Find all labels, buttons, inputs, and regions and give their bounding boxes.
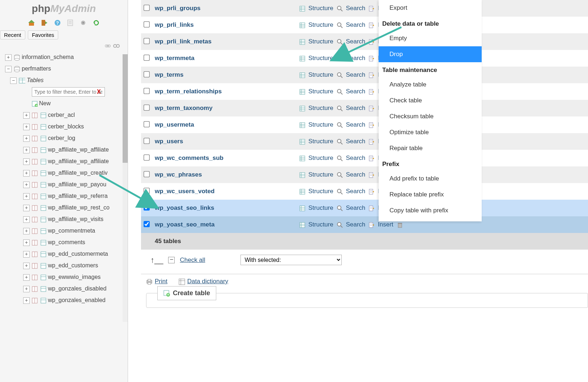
- expand-icon[interactable]: +: [23, 193, 30, 200]
- expand-icon[interactable]: +: [23, 297, 30, 304]
- gear-icon[interactable]: [80, 19, 87, 26]
- expand-icon[interactable]: +: [23, 170, 30, 177]
- drop-link[interactable]: [397, 221, 404, 228]
- table-name[interactable]: wp_prli_link_metas: [152, 33, 297, 50]
- exit-icon[interactable]: [41, 19, 48, 26]
- search-link[interactable]: Search: [337, 88, 366, 95]
- expand-icon[interactable]: +: [23, 112, 30, 119]
- collapse-icon[interactable]: −: [10, 77, 17, 84]
- structure-link[interactable]: Structure: [299, 88, 333, 95]
- refresh-icon[interactable]: [93, 19, 100, 26]
- print-link[interactable]: Print: [146, 278, 167, 285]
- table-name[interactable]: wp_yoast_seo_meta: [152, 216, 297, 233]
- collapse-icon[interactable]: −: [5, 66, 12, 72]
- row-checkbox[interactable]: [144, 221, 150, 227]
- with-selected-dropdown[interactable]: With selected:: [240, 255, 342, 265]
- table-name[interactable]: wp_term_relationships: [152, 83, 297, 100]
- structure-link[interactable]: Structure: [299, 55, 333, 62]
- row-checkbox[interactable]: [144, 55, 150, 61]
- row-checkbox[interactable]: [144, 38, 150, 44]
- tree-table-item[interactable]: + wp_affiliate_wp_referra: [0, 190, 128, 202]
- search-link[interactable]: Search: [337, 154, 366, 162]
- search-link[interactable]: Search: [337, 171, 366, 178]
- tree-table-item[interactable]: + wp_affiliate_wp_affiliate: [0, 144, 128, 156]
- table-name[interactable]: wp_prli_links: [152, 17, 297, 33]
- expand-icon[interactable]: +: [23, 205, 30, 211]
- structure-link[interactable]: Structure: [299, 204, 333, 212]
- menu-analyze[interactable]: Analyze table: [379, 77, 482, 93]
- tree-db-information_schema[interactable]: +information_schema: [0, 51, 128, 63]
- checkall-link[interactable]: Check all: [180, 256, 205, 264]
- expand-icon[interactable]: +: [23, 251, 30, 258]
- menu-add-prefix[interactable]: Add prefix to table: [379, 171, 482, 187]
- row-checkbox[interactable]: [144, 5, 150, 11]
- row-checkbox[interactable]: [144, 71, 150, 77]
- search-link[interactable]: Search: [337, 5, 366, 12]
- expand-icon[interactable]: +: [23, 158, 30, 165]
- create-table-button[interactable]: +Create table: [157, 286, 216, 300]
- table-name[interactable]: wp_term_taxonomy: [152, 100, 297, 116]
- search-link[interactable]: Search: [337, 188, 366, 195]
- tree-new-table[interactable]: +New: [0, 98, 128, 109]
- row-checkbox[interactable]: [144, 138, 150, 144]
- structure-link[interactable]: Structure: [299, 171, 333, 178]
- table-name[interactable]: wp_wc_comments_sub: [152, 150, 297, 166]
- collapse-icons[interactable]: [0, 42, 128, 51]
- search-link[interactable]: Search: [337, 55, 366, 62]
- menu-repair[interactable]: Repair table: [379, 140, 482, 156]
- structure-link[interactable]: Structure: [299, 5, 333, 12]
- expand-icon[interactable]: +: [23, 147, 30, 153]
- expand-icon[interactable]: +: [23, 274, 30, 281]
- table-name[interactable]: wp_yoast_seo_links: [152, 200, 297, 216]
- structure-link[interactable]: Structure: [299, 154, 333, 162]
- table-name[interactable]: wp_usermeta: [152, 116, 297, 133]
- menu-checksum[interactable]: Checksum table: [379, 109, 482, 124]
- table-name[interactable]: wp_wc_phrases: [152, 166, 297, 183]
- expand-icon[interactable]: +: [23, 135, 30, 142]
- checkall-checkbox[interactable]: −: [168, 257, 175, 263]
- tree-table-item[interactable]: + wp_comments: [0, 237, 128, 248]
- favorites-button[interactable]: Favorites: [28, 30, 58, 39]
- row-checkbox[interactable]: [144, 121, 150, 127]
- menu-replace-prefix[interactable]: Replace table prefix: [379, 187, 482, 203]
- tree-db-perfmatters[interactable]: −perfmatters: [0, 63, 128, 75]
- structure-link[interactable]: Structure: [299, 105, 333, 112]
- sidebar-scrollbar[interactable]: [123, 54, 128, 322]
- tree-table-item[interactable]: + wp_edd_customers: [0, 260, 128, 271]
- data-dictionary-link[interactable]: Data dictionary: [179, 278, 228, 285]
- structure-link[interactable]: Structure: [299, 21, 333, 29]
- tree-table-item[interactable]: + wp_gonzales_disabled: [0, 283, 128, 294]
- tree-table-item[interactable]: + cerber_log: [0, 132, 128, 144]
- structure-link[interactable]: Structure: [299, 138, 333, 145]
- tree-tables-node[interactable]: −Tables: [0, 75, 128, 86]
- menu-optimize[interactable]: Optimize table: [379, 124, 482, 140]
- help-icon[interactable]: ?: [54, 19, 61, 26]
- tree-table-item[interactable]: + wp_affiliate_wp_payou: [0, 179, 128, 190]
- menu-drop[interactable]: Drop: [379, 46, 482, 62]
- row-checkbox[interactable]: [144, 21, 150, 27]
- recent-button[interactable]: Recent: [0, 30, 25, 39]
- tree-table-item[interactable]: + wp_affiliate_wp_affiliate: [0, 156, 128, 167]
- menu-empty[interactable]: Empty: [379, 30, 482, 46]
- table-name[interactable]: wp_termmeta: [152, 50, 297, 67]
- expand-icon[interactable]: +: [23, 263, 30, 269]
- table-name[interactable]: wp_prli_groups: [152, 0, 297, 17]
- search-link[interactable]: Search: [337, 204, 366, 212]
- search-link[interactable]: Search: [337, 105, 366, 112]
- structure-link[interactable]: Structure: [299, 221, 333, 228]
- search-link[interactable]: Search: [337, 71, 366, 78]
- expand-icon[interactable]: +: [23, 124, 30, 130]
- tree-table-item[interactable]: + wp_ewwwio_images: [0, 271, 128, 283]
- structure-link[interactable]: Structure: [299, 71, 333, 78]
- row-checkbox[interactable]: [144, 188, 150, 194]
- expand-icon[interactable]: +: [23, 216, 30, 223]
- tree-table-item[interactable]: + cerber_acl: [0, 109, 128, 121]
- structure-link[interactable]: Structure: [299, 121, 333, 128]
- scroll-thumb[interactable]: [123, 54, 128, 163]
- table-name[interactable]: wp_terms: [152, 67, 297, 83]
- tree-table-item[interactable]: + wp_affiliate_wp_creativ: [0, 167, 128, 179]
- tree-table-item[interactable]: + wp_affiliate_wp_visits: [0, 213, 128, 225]
- collapse-all-icon[interactable]: [105, 43, 111, 49]
- row-checkbox[interactable]: [144, 88, 150, 94]
- menu-check[interactable]: Check table: [379, 93, 482, 109]
